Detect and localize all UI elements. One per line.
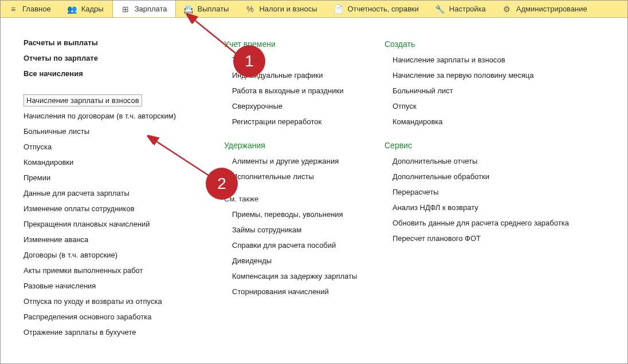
nav-settings[interactable]: 🔧 Настройка — [427, 1, 494, 17]
link-payment-changes[interactable]: Изменение оплаты сотрудников — [23, 201, 207, 216]
link-bonuses[interactable]: Премии — [23, 170, 207, 185]
content-area: Расчеты и выплаты Отчеты по зарплате Все… — [1, 18, 627, 346]
card-icon: 📇 — [184, 5, 193, 14]
link-recalcs[interactable]: Перерасчеты — [392, 184, 579, 200]
link-payroll-data[interactable]: Данные для расчета зарплаты — [23, 185, 207, 201]
link-vacations[interactable]: Отпуска — [23, 139, 207, 155]
link-create-trip[interactable]: Командировка — [392, 114, 579, 129]
nav-label: Настройка — [449, 5, 486, 13]
link-ndfl-analysis[interactable]: Анализ НДФЛ к возврату — [392, 200, 579, 215]
link-contract-accrual[interactable]: Начисления по договорам (в т.ч. авторски… — [23, 108, 207, 124]
link-advance-change[interactable]: Изменение аванса — [23, 232, 207, 247]
nav-label: Отчетность, справки — [348, 5, 419, 13]
heading-salary-reports[interactable]: Отчеты по зарплате — [23, 54, 207, 62]
link-update-avg-earnings[interactable]: Обновить данные для расчета среднего зар… — [392, 215, 579, 231]
wrench-icon: 🔧 — [435, 5, 445, 14]
annotation-badge-2: 2 — [206, 168, 238, 200]
link-overwork-reg[interactable]: Регистрации переработок — [232, 114, 367, 129]
link-earnings-distribution[interactable]: Распределения основного заработка — [23, 309, 207, 325]
link-business-trips[interactable]: Командировки — [23, 155, 207, 170]
link-extra-reports[interactable]: Дополнительные отчеты — [392, 153, 579, 169]
link-overtime[interactable]: Сверхурочные — [232, 98, 367, 114]
link-accrual-terminations[interactable]: Прекращения плановых начислений — [23, 216, 207, 232]
link-accrual-reversal[interactable]: Сторнирования начислений — [232, 284, 367, 299]
link-care-leave[interactable]: Отпуска по уходу и возвраты из отпуска — [23, 294, 207, 309]
service-list: Дополнительные отчеты Дополнительные обр… — [392, 153, 579, 246]
link-loans[interactable]: Займы сотрудникам — [232, 222, 367, 238]
nav-salary[interactable]: ⊞ Зарплата — [112, 1, 176, 17]
heading-service: Сервис — [384, 141, 579, 150]
link-benefit-certs[interactable]: Справки для расчета пособий — [232, 238, 367, 253]
nav-label: Налоги и взносы — [259, 5, 317, 13]
link-onetime-accruals[interactable]: Разовые начисления — [23, 278, 207, 294]
link-acceptance-acts[interactable]: Акты приемки выполненных работ — [23, 263, 207, 278]
create-list: Начисление зарплаты и взносов Начисление… — [392, 52, 579, 129]
nav-label: Главное — [22, 5, 51, 13]
link-weekend-work[interactable]: Работа в выходные и праздники — [232, 83, 367, 98]
link-alimony[interactable]: Алименты и другие удержания — [232, 153, 367, 169]
percent-icon: % — [245, 5, 254, 14]
nav-payments[interactable]: 📇 Выплаты — [176, 1, 238, 17]
nav-taxes[interactable]: % Налоги и взносы — [237, 1, 325, 17]
link-create-vacation[interactable]: Отпуск — [392, 98, 579, 114]
link-sick-leaves[interactable]: Больничные листы — [23, 124, 207, 139]
link-extra-processing[interactable]: Дополнительные обработки — [392, 169, 579, 184]
link-enforcement-docs[interactable]: Исполнительные листы — [232, 169, 367, 184]
column-time-deductions: Учет времени Табели Индивидуальные графи… — [224, 35, 367, 340]
nav-label: Выплаты — [198, 5, 229, 13]
link-dividends[interactable]: Дивиденды — [232, 253, 367, 268]
nav-label: Администрирование — [516, 5, 587, 13]
heading-see-also: См. также — [224, 195, 367, 203]
top-navigation: ≡ Главное 👥 Кадры ⊞ Зарплата 📇 Выплаты %… — [1, 1, 627, 18]
link-create-first-half[interactable]: Начисление за первую половину месяца — [392, 68, 579, 83]
nav-main[interactable]: ≡ Главное — [1, 1, 60, 17]
people-icon: 👥 — [68, 5, 77, 14]
nav-label: Зарплата — [135, 5, 167, 13]
link-accounting-reflection[interactable]: Отражение зарплаты в бухучете — [23, 325, 207, 340]
accruals-list: Начисление зарплаты и взносов Начисления… — [23, 93, 207, 340]
deductions-list: Алименты и другие удержания Исполнительн… — [232, 153, 367, 184]
gear-icon: ⚙ — [503, 5, 512, 14]
link-payroll-accrual[interactable]: Начисление зарплаты и взносов — [23, 94, 142, 106]
annotation-badge-1: 1 — [233, 45, 265, 77]
link-delay-compensation[interactable]: Компенсация за задержку зарплаты — [232, 268, 367, 284]
column-calculations: Расчеты и выплаты Отчеты по зарплате Все… — [23, 35, 207, 340]
link-hirings[interactable]: Приемы, переводы, увольнения — [232, 207, 367, 222]
link-create-sick-leave[interactable]: Больничный лист — [392, 83, 579, 98]
heading-deductions: Удержания — [224, 141, 367, 150]
heading-create: Создать — [384, 39, 579, 49]
see-also-list: Приемы, переводы, увольнения Займы сотру… — [232, 207, 367, 299]
nav-label: Кадры — [81, 5, 104, 13]
link-create-payroll[interactable]: Начисление зарплаты и взносов — [392, 52, 579, 68]
column-create-service: Создать Начисление зарплаты и взносов На… — [384, 35, 579, 340]
heading-calculations-payments[interactable]: Расчеты и выплаты — [23, 38, 207, 47]
heading-all-accruals[interactable]: Все начисления — [23, 69, 207, 78]
calculator-icon: ⊞ — [121, 5, 130, 14]
nav-admin[interactable]: ⚙ Администрирование — [494, 1, 596, 17]
document-icon: 📄 — [334, 5, 343, 14]
nav-hr[interactable]: 👥 Кадры — [60, 1, 112, 17]
menu-icon: ≡ — [9, 5, 18, 14]
link-fot-recalc[interactable]: Пересчет планового ФОТ — [392, 231, 579, 246]
nav-reports[interactable]: 📄 Отчетность, справки — [326, 1, 427, 17]
link-contracts[interactable]: Договоры (в т.ч. авторские) — [23, 247, 207, 263]
